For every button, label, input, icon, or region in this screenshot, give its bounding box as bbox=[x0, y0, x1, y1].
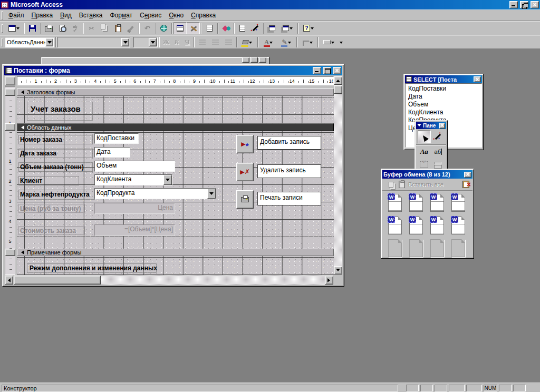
field-list-item[interactable]: Дата bbox=[408, 93, 479, 101]
clipboard-item-word[interactable]: W bbox=[428, 194, 447, 215]
field-list-item[interactable]: КодКлиента bbox=[408, 109, 479, 116]
section-selector[interactable] bbox=[5, 249, 15, 256]
horizontal-scrollbar-track[interactable] bbox=[101, 276, 325, 285]
align-center-button[interactable] bbox=[209, 36, 222, 48]
chevron-down-icon[interactable] bbox=[417, 124, 421, 129]
help-button[interactable]: ? bbox=[300, 22, 317, 34]
chevron-down-icon[interactable] bbox=[121, 38, 129, 46]
form-title-label[interactable]: Учет заказов bbox=[27, 102, 93, 121]
toolbar-grip[interactable] bbox=[2, 38, 3, 46]
control-wizard-button[interactable] bbox=[432, 130, 445, 143]
line-color-button[interactable]: ✎ bbox=[277, 36, 295, 48]
insert-hyperlink-button[interactable] bbox=[157, 22, 170, 34]
field-label[interactable]: Объем заказа (тонн) bbox=[18, 162, 93, 172]
build-button[interactable] bbox=[249, 22, 262, 34]
line-width-button[interactable] bbox=[298, 36, 316, 48]
textbox-kodpostavki[interactable]: КодПоставки bbox=[94, 133, 139, 144]
field-label[interactable]: Клиент bbox=[18, 176, 79, 185]
print-preview-button[interactable] bbox=[55, 22, 69, 34]
add-record-button[interactable]: ▶* bbox=[236, 135, 254, 153]
minimize-button[interactable] bbox=[242, 57, 249, 63]
properties-button[interactable] bbox=[236, 22, 249, 34]
cut-button[interactable]: ✂ bbox=[85, 22, 98, 34]
special-effect-button[interactable] bbox=[320, 36, 338, 48]
bold-button[interactable]: Ж bbox=[161, 36, 171, 48]
horizontal-scrollbar-thumb[interactable] bbox=[14, 276, 101, 285]
toolbar-grip[interactable] bbox=[2, 24, 3, 33]
detail-section-bar[interactable]: Область данных bbox=[17, 123, 334, 131]
paste-button[interactable] bbox=[111, 22, 124, 34]
menu-item[interactable]: Вставка bbox=[75, 11, 107, 20]
textbox-stoimost-disabled[interactable]: =[Объем]*[Цена] bbox=[94, 224, 175, 236]
select-tool-button[interactable] bbox=[418, 130, 431, 143]
field-list-item[interactable]: Объем bbox=[408, 101, 479, 109]
maximize-button[interactable] bbox=[250, 57, 258, 63]
close-button[interactable] bbox=[259, 57, 266, 63]
field-list-item[interactable]: КодПоставки bbox=[408, 85, 479, 93]
combo-kodprodukta[interactable]: КодПродукта bbox=[94, 188, 216, 199]
button-caption[interactable]: Добавить запись bbox=[257, 136, 321, 150]
field-label[interactable]: Марка нефтепродукта bbox=[18, 190, 95, 200]
menubar-grip[interactable] bbox=[2, 11, 3, 19]
toolbox-titlebar[interactable]: Пане bbox=[416, 122, 446, 129]
undo-button[interactable]: ↶ bbox=[141, 22, 154, 34]
menu-item[interactable]: Справка bbox=[187, 11, 219, 20]
italic-button[interactable]: К bbox=[171, 36, 182, 48]
align-left-button[interactable] bbox=[196, 36, 209, 48]
menu-item[interactable]: Файл bbox=[5, 11, 28, 20]
field-label-disabled[interactable]: Стоимость заказа bbox=[18, 226, 85, 235]
field-label[interactable]: Номер заказа bbox=[18, 135, 93, 144]
chevron-down-icon[interactable] bbox=[45, 38, 53, 46]
clipboard-item-word[interactable]: W bbox=[407, 194, 426, 215]
form-footer-section-bar[interactable]: Примечание формы bbox=[17, 249, 334, 256]
object-selector-combo[interactable]: ОбластьДаннь bbox=[5, 37, 54, 47]
vertical-scrollbar-track[interactable] bbox=[334, 94, 342, 266]
field-list-titlebar[interactable]: SELECT [Поста bbox=[405, 75, 482, 83]
align-right-button[interactable] bbox=[222, 36, 235, 48]
toolbar-options-icon[interactable] bbox=[340, 42, 343, 45]
scroll-up-button[interactable] bbox=[334, 76, 342, 85]
button-caption[interactable]: Печать записи bbox=[257, 192, 321, 205]
button-caption[interactable]: Удалить запись bbox=[257, 164, 321, 178]
chevron-down-icon[interactable] bbox=[207, 189, 216, 199]
close-button[interactable] bbox=[474, 76, 481, 82]
chevron-down-icon[interactable] bbox=[163, 175, 172, 185]
code-button[interactable] bbox=[219, 22, 233, 34]
menu-item[interactable]: Окно bbox=[165, 11, 187, 20]
database-window-button[interactable] bbox=[265, 22, 278, 34]
toolbox-button[interactable] bbox=[187, 22, 200, 34]
minimize-button[interactable] bbox=[509, 1, 518, 8]
copy-button[interactable] bbox=[98, 22, 111, 34]
delete-record-button[interactable]: ▶✗ bbox=[236, 163, 254, 181]
field-label-disabled[interactable]: Цена (руб за тонну) bbox=[18, 204, 85, 213]
clipboard-item-word[interactable]: W bbox=[449, 194, 468, 215]
section-selector[interactable] bbox=[5, 89, 15, 96]
menu-item[interactable]: Формат bbox=[106, 11, 136, 20]
underline-button[interactable]: Ч bbox=[182, 36, 192, 48]
paste-all-icon[interactable] bbox=[399, 181, 405, 188]
autoformat-button[interactable] bbox=[203, 22, 216, 34]
close-button[interactable] bbox=[531, 1, 539, 8]
save-button[interactable] bbox=[26, 22, 39, 34]
chevron-down-icon[interactable] bbox=[149, 38, 157, 46]
form-window-titlebar[interactable]: Поставки : форма bbox=[4, 66, 342, 75]
print-record-button[interactable] bbox=[236, 190, 254, 209]
field-list-button[interactable] bbox=[173, 22, 187, 34]
view-selector-button[interactable] bbox=[5, 22, 23, 34]
form-header-section-bar[interactable]: Заголовок формы bbox=[17, 89, 334, 96]
print-button[interactable] bbox=[42, 22, 55, 34]
fill-color-button[interactable] bbox=[238, 36, 256, 48]
font-size-combo[interactable] bbox=[133, 37, 158, 47]
textbox-data[interactable]: Дата bbox=[94, 147, 130, 158]
scroll-down-button[interactable] bbox=[334, 266, 342, 275]
spelling-button[interactable]: ab✓ bbox=[69, 22, 82, 34]
font-color-button[interactable]: А bbox=[259, 36, 277, 48]
combo-kodklienta[interactable]: КодКлиента bbox=[94, 174, 172, 185]
menu-item[interactable]: Сервис bbox=[136, 11, 165, 20]
vertical-scrollbar-thumb[interactable] bbox=[334, 85, 342, 94]
section-selector[interactable] bbox=[5, 123, 15, 131]
new-object-button[interactable] bbox=[278, 22, 296, 34]
copy-icon[interactable] bbox=[389, 182, 393, 188]
clear-clipboard-icon[interactable] bbox=[462, 181, 469, 188]
menu-item[interactable]: Вид bbox=[56, 11, 75, 20]
